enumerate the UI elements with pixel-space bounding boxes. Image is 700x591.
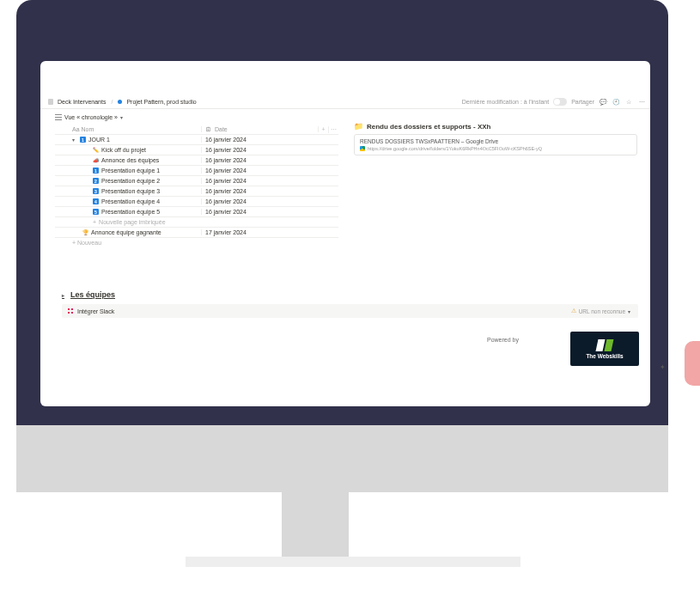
floating-indicator-icon: ✦ [660,363,666,371]
pointing-hand [685,341,700,386]
slack-icon [67,308,74,314]
breadcrumb-deck[interactable]: Deck Intervenants [45,99,109,105]
new-subpage-row[interactable]: + Nouvelle page imbriquée [55,217,338,228]
row-name: Présentation équipe 5 [101,209,160,215]
topbar-right: Dernière modification : à l'instant Part… [462,98,646,107]
breadcrumb-label: Projet Pattern, prod studio [126,99,196,105]
drive-embed[interactable]: RENDUS DOSSIERS TWSxPAATTERN – Google Dr… [354,134,637,155]
monitor-base [16,425,668,492]
comment-icon[interactable]: 💬 [599,98,607,107]
row-name: Annonce équipe gagnante [91,229,161,235]
table-row[interactable]: 5 Présentation équipe 5 16 janvier 2024 [55,207,338,217]
table-row[interactable]: 🏆 Annonce équipe gagnante 17 janvier 202… [55,228,338,238]
row-date: 16 janvier 2024 [201,198,253,204]
row-date: 17 janvier 2024 [201,229,253,235]
row-name: Présentation équipe 1 [101,168,160,174]
col-header-name[interactable]: Aa Nom [55,126,201,132]
teams-toggle[interactable]: ▸ Les équipes [62,290,638,299]
page-icon [48,99,53,105]
row-name: Présentation équipe 3 [101,188,160,194]
calendar-icon: 🗓 [205,126,211,132]
row-name: Kick off du projet [101,147,146,153]
share-button[interactable]: Partager [571,99,594,105]
table-row[interactable]: 📣 Annonce des équipes 16 janvier 2024 [55,155,338,166]
row-name: JOUR 1 [88,137,110,143]
trophy-icon: 🏆 [82,229,88,235]
new-row-button[interactable]: + Nouveau [55,238,338,247]
row-name: Présentation équipe 4 [101,198,160,204]
row-date: 16 janvier 2024 [201,157,253,163]
teams-title: Les équipes [70,290,115,299]
webskills-logo: The Webskills [570,332,639,366]
column-more-button[interactable]: ⋯ [328,126,338,133]
webskills-text: The Webskills [586,353,623,359]
col-date-label: Date [215,126,228,132]
blue-dot-icon [118,100,122,104]
breadcrumb-label: Deck Intervenants [58,99,106,105]
table-row[interactable]: ▾ 1 JOUR 1 16 janvier 2024 [55,135,338,145]
top-bar: Deck Intervenants / Projet Pattern, prod… [40,95,650,109]
list-icon [55,114,62,120]
team-2-icon: 2 [93,178,99,184]
folder-icon: 📁 [354,122,363,131]
table-row[interactable]: 1 Présentation équipe 1 16 janvier 2024 [55,166,338,176]
chevron-right-icon: ▸ [62,292,67,298]
slack-label: Intégrer Slack [77,308,114,314]
edit-toggle[interactable] [553,98,567,106]
app-screen: Deck Intervenants / Projet Pattern, prod… [40,61,650,406]
timeline-table: Aa Nom 🗓 Date + ⋯ ▾ 1 JOUR 1 16 janvier … [55,125,338,247]
rendu-header[interactable]: 📁 Rendu des dossiers et supports - XXh [354,122,637,131]
table-row[interactable]: 3 Présentation équipe 3 16 janvier 2024 [55,186,338,197]
add-column-button[interactable]: + [318,126,328,132]
powered-by-label: Powered by [487,337,519,343]
monitor-neck [282,492,349,557]
row-date: 16 janvier 2024 [201,147,253,153]
teams-section: ▸ Les équipes Intégrer Slack ⚠ URL non r… [62,290,638,318]
warning-icon: ⚠ [571,308,576,314]
warn-text: URL non reconnue [579,308,625,314]
new-row-label: + Nouveau [72,240,101,246]
megaphone-icon: 📣 [93,157,99,163]
row-name: Présentation équipe 2 [101,178,160,184]
chevron-down-icon: ▾ [120,114,125,120]
drive-url-text: https://drive.google.com/drive/folders/1… [368,146,542,151]
team-3-icon: 3 [93,188,99,194]
breadcrumb-separator: / [111,99,113,105]
clock-icon[interactable]: 🕘 [612,98,620,107]
expand-toggle-icon[interactable]: ▾ [72,137,77,143]
table-row[interactable]: 2 Présentation équipe 2 16 janvier 2024 [55,176,338,186]
row-date: 16 janvier 2024 [201,137,253,143]
breadcrumb-project[interactable]: Projet Pattern, prod studio [114,99,199,105]
col-header-date[interactable]: 🗓 Date [201,126,253,132]
drive-title: RENDUS DOSSIERS TWSxPAATTERN – Google Dr… [360,138,631,144]
row-date: 16 janvier 2024 [201,188,253,194]
view-selector[interactable]: Vue « chronologie » ▾ [55,114,125,120]
table-header: Aa Nom 🗓 Date + ⋯ [55,125,338,135]
row-name: Annonce des équipes [101,157,159,163]
url-warning[interactable]: ⚠ URL non reconnue ▾ [571,308,633,314]
plus-icon: + [93,219,96,225]
table-row[interactable]: ✏️ Kick off du projet 16 janvier 2024 [55,145,338,155]
team-5-icon: 5 [93,209,99,215]
rendu-panel: 📁 Rendu des dossiers et supports - XXh R… [354,122,637,155]
table-row[interactable]: 4 Présentation équipe 4 16 janvier 2024 [55,197,338,207]
rendu-title: Rendu des dossiers et supports - XXh [367,123,490,131]
webskills-mark-icon [597,339,612,351]
team-1-icon: 1 [93,168,99,174]
monitor-foot [186,557,520,567]
day-1-icon: 1 [80,137,86,143]
row-name: Nouvelle page imbriquée [99,219,165,225]
star-icon[interactable]: ☆ [624,98,633,107]
more-icon[interactable]: ⋯ [637,98,646,107]
pencil-icon: ✏️ [93,147,99,153]
row-date: 16 janvier 2024 [201,178,253,184]
view-label: Vue « chronologie » [64,114,118,120]
team-4-icon: 4 [93,198,99,204]
chevron-down-icon: ▾ [628,308,633,314]
slack-embed-row[interactable]: Intégrer Slack ⚠ URL non reconnue ▾ [62,304,638,318]
google-drive-icon [360,146,365,151]
last-edit-text: Dernière modification : à l'instant [462,99,549,105]
row-date: 16 janvier 2024 [201,168,253,174]
row-date: 16 janvier 2024 [201,209,253,215]
